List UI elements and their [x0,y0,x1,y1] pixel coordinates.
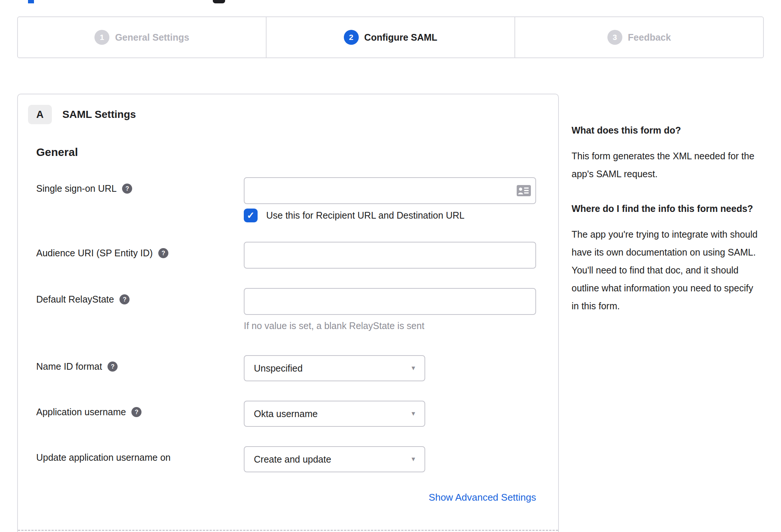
field-label-text: Audience URI (SP Entity ID) [36,248,153,259]
select-value: Create and update [254,454,331,465]
show-advanced-settings-link[interactable]: Show Advanced Settings [429,492,536,503]
field-row-audience-uri: Audience URI (SP Entity ID) ? [36,242,536,269]
section-title: SAML Settings [62,109,136,121]
section-badge-a: A [28,105,52,124]
step-feedback[interactable]: 3 Feedback [515,17,763,57]
field-row-single-sign-on-url: Single sign-on URL ? [36,177,536,222]
name-id-format-select[interactable]: Unspecified ▼ [244,355,425,381]
field-label: Audience URI (SP Entity ID) ? [36,242,244,259]
step-number-badge: 3 [607,30,622,45]
help-icon[interactable]: ? [122,184,132,194]
wizard-stepper: 1 General Settings 2 Configure SAML 3 Fe… [17,16,764,58]
field-label: Single sign-on URL ? [36,177,244,194]
field-row-name-id-format: Name ID format ? Unspecified ▼ [36,355,536,381]
step-number-badge: 2 [344,30,359,45]
saml-settings-panel: A SAML Settings General Single sign-on U… [17,94,559,532]
help-icon[interactable]: ? [131,407,141,417]
select-value: Okta username [254,409,318,419]
help-body-where: The app you're trying to integrate with … [572,225,760,315]
audience-uri-input[interactable] [244,242,536,269]
saml-general-form: Single sign-on URL ? [36,177,536,503]
single-sign-on-url-input[interactable] [244,177,536,204]
field-label-text: Single sign-on URL [36,183,116,194]
field-label: Default RelayState ? [36,288,244,305]
field-label-text: Name ID format [36,361,102,372]
checkbox-label: Use this for Recipient URL and Destinati… [266,210,464,221]
help-icon[interactable]: ? [108,362,118,372]
chevron-down-icon: ▼ [410,456,416,463]
help-sidebar: What does this form do? This form genera… [572,122,760,332]
step-general-settings[interactable]: 1 General Settings [18,17,267,57]
help-icon[interactable]: ? [158,248,168,258]
step-label: General Settings [115,32,189,43]
field-label: Name ID format ? [36,355,244,372]
step-configure-saml[interactable]: 2 Configure SAML [267,17,515,57]
section-header: A SAML Settings [28,105,558,124]
relaystate-hint: If no value is set, a blank RelayState i… [244,320,536,331]
field-label: Application username ? [36,401,244,417]
step-label: Feedback [628,32,671,43]
chevron-down-icon: ▼ [410,365,416,372]
recipient-url-checkbox[interactable]: ✓ [244,209,258,222]
top-edge-blue-fragment [28,0,34,3]
help-heading-where: Where do I find the info this form needs… [572,200,760,217]
field-label-text: Default RelayState [36,294,114,305]
chevron-down-icon: ▼ [410,410,416,417]
field-row-default-relaystate: Default RelayState ? If no value is set,… [36,288,536,331]
step-number-badge: 1 [94,30,109,45]
application-username-select[interactable]: Okta username ▼ [244,401,425,427]
field-row-application-username: Application username ? Okta username ▼ [36,401,536,427]
recipient-url-checkbox-row: ✓ Use this for Recipient URL and Destina… [244,209,536,222]
contact-card-icon[interactable] [517,185,531,196]
group-heading-general: General [36,146,558,159]
select-value: Unspecified [254,363,303,374]
help-heading-what: What does this form do? [572,122,760,139]
help-icon[interactable]: ? [119,294,130,304]
field-label: Update application username on [36,446,244,463]
dashed-section-divider [18,530,558,531]
field-label-text: Application username [36,407,126,417]
step-label: Configure SAML [364,32,438,43]
update-application-username-select[interactable]: Create and update ▼ [244,446,425,472]
field-label-text: Update application username on [36,452,171,463]
help-body-what: This form generates the XML needed for t… [572,147,760,183]
default-relaystate-input[interactable] [244,288,536,315]
field-row-update-application-username: Update application username on Create an… [36,446,536,472]
top-edge-dark-fragment [213,0,225,3]
